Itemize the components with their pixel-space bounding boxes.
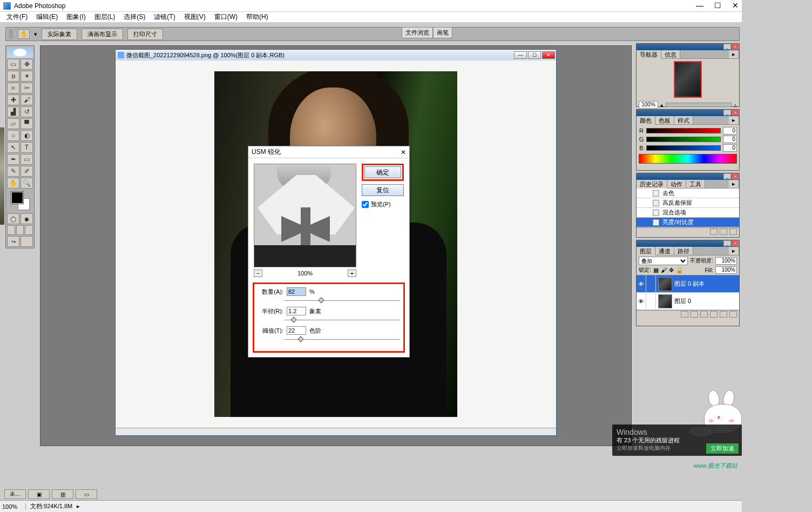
doc-maximize-icon[interactable]: ☐ bbox=[528, 51, 541, 59]
type-tool-icon[interactable]: T bbox=[21, 142, 33, 153]
dodge-tool-icon[interactable]: ◐ bbox=[21, 130, 33, 141]
maximize-icon[interactable]: ☐ bbox=[714, 1, 721, 10]
actions-tab[interactable]: 动作 bbox=[667, 180, 686, 188]
gradient-tool-icon[interactable]: ▀ bbox=[21, 118, 33, 129]
threshold-slider[interactable] bbox=[297, 336, 303, 342]
panel-close-icon[interactable]: × bbox=[732, 110, 739, 116]
doc-minimize-icon[interactable]: — bbox=[514, 51, 527, 59]
menu-file[interactable]: 文件(F) bbox=[6, 12, 28, 22]
layer-row[interactable]: 👁 图层 0 副本 bbox=[637, 275, 739, 293]
visibility-icon[interactable]: 👁 bbox=[637, 275, 646, 292]
lock-move-icon[interactable]: ✥ bbox=[669, 267, 674, 274]
layer-row[interactable]: 👁 图层 0 bbox=[637, 293, 739, 310]
styles-tab[interactable]: 样式 bbox=[674, 116, 693, 124]
task-cascade-icon[interactable]: ▣ bbox=[28, 489, 50, 499]
trash-icon[interactable] bbox=[729, 228, 737, 235]
channels-tab[interactable]: 通道 bbox=[655, 247, 674, 255]
color-swatches[interactable] bbox=[7, 191, 33, 212]
panel-min-icon[interactable]: _ bbox=[723, 110, 731, 116]
foreground-color-icon[interactable] bbox=[11, 192, 23, 204]
new-layer-icon[interactable] bbox=[720, 311, 727, 318]
panel-menu-icon[interactable]: ▸ bbox=[729, 247, 739, 255]
panel-min-icon[interactable]: _ bbox=[723, 44, 731, 50]
marquee-tool-icon[interactable]: ▭ bbox=[7, 59, 19, 70]
swatches-tab[interactable]: 色板 bbox=[655, 116, 674, 124]
eyedropper-tool-icon[interactable]: ✐ bbox=[21, 166, 33, 177]
blur-tool-icon[interactable]: ○ bbox=[7, 130, 19, 141]
trash-icon[interactable] bbox=[729, 311, 737, 318]
close-icon[interactable]: ✕ bbox=[732, 1, 739, 10]
amount-slider[interactable] bbox=[319, 297, 324, 303]
adjustment-icon[interactable] bbox=[710, 311, 718, 318]
amount-input[interactable] bbox=[287, 287, 306, 296]
new-snapshot-icon[interactable] bbox=[710, 228, 718, 235]
nav-zoom-out-icon[interactable]: ▴ bbox=[660, 102, 664, 109]
panel-close-icon[interactable]: × bbox=[732, 240, 739, 246]
radius-slider[interactable] bbox=[290, 316, 296, 322]
slice-tool-icon[interactable]: ✂ bbox=[21, 83, 33, 93]
brush-tab[interactable]: 画笔 bbox=[433, 27, 452, 38]
hand-tool-icon[interactable]: ✋ bbox=[18, 29, 30, 39]
menu-image[interactable]: 图象(I) bbox=[66, 12, 85, 22]
blend-mode-select[interactable]: 叠加 bbox=[639, 257, 688, 265]
lock-all-icon[interactable]: 🔒 bbox=[676, 267, 684, 274]
preview-checkbox[interactable]: 预览(P) bbox=[362, 200, 404, 208]
r-slider[interactable] bbox=[646, 128, 721, 133]
g-value[interactable]: 0 bbox=[723, 136, 737, 143]
panel-menu-icon[interactable]: ▸ bbox=[729, 50, 739, 58]
screenmode-3-icon[interactable] bbox=[25, 225, 33, 235]
zoom-in-icon[interactable]: + bbox=[348, 270, 356, 277]
color-tab[interactable]: 颜色 bbox=[637, 116, 655, 125]
opacity-input[interactable]: 100% bbox=[715, 257, 737, 265]
print-size-button[interactable]: 打印尺寸 bbox=[127, 29, 163, 40]
dialog-preview[interactable] bbox=[254, 164, 356, 267]
lasso-tool-icon[interactable]: ʚ bbox=[7, 71, 19, 82]
lock-paint-icon[interactable]: 🖌 bbox=[661, 267, 667, 273]
folder-icon[interactable] bbox=[700, 311, 708, 318]
file-browser-tab[interactable]: 文件浏览 bbox=[402, 27, 433, 38]
nav-zoom-in-icon[interactable]: ▵ bbox=[734, 102, 737, 109]
panel-min-icon[interactable]: _ bbox=[723, 240, 731, 246]
history-item[interactable]: 亮度/对比度 bbox=[637, 218, 739, 227]
new-doc-icon[interactable] bbox=[720, 228, 727, 235]
menu-help[interactable]: 帮助(H) bbox=[246, 12, 268, 22]
navigator-tab[interactable]: 导航器 bbox=[637, 50, 661, 59]
panel-menu-icon[interactable]: ▸ bbox=[729, 116, 739, 124]
paths-tab[interactable]: 路径 bbox=[674, 247, 693, 255]
notes-tool-icon[interactable]: ✎ bbox=[7, 166, 19, 177]
jump-to-icon[interactable]: ↪ bbox=[7, 236, 19, 247]
task-doc-button[interactable]: 未… bbox=[4, 489, 26, 499]
zoom-out-icon[interactable]: − bbox=[254, 270, 262, 277]
menu-window[interactable]: 窗口(W) bbox=[214, 12, 238, 22]
fit-screen-button[interactable]: 满画布显示 bbox=[82, 29, 123, 40]
visibility-icon[interactable]: 👁 bbox=[637, 293, 646, 309]
panel-close-icon[interactable]: × bbox=[732, 44, 739, 50]
info-tab[interactable]: 信息 bbox=[661, 50, 680, 58]
g-slider[interactable] bbox=[646, 137, 721, 142]
heal-tool-icon[interactable]: ✚ bbox=[7, 95, 19, 105]
history-item[interactable]: 高反差保留 bbox=[637, 198, 739, 208]
status-zoom[interactable]: 100% bbox=[2, 503, 26, 510]
navigator-preview[interactable] bbox=[674, 61, 702, 98]
color-ramp[interactable] bbox=[639, 154, 737, 164]
threshold-input[interactable] bbox=[287, 326, 306, 335]
quickmask-on-icon[interactable]: ◉ bbox=[21, 213, 33, 224]
dialog-close-icon[interactable]: ✕ bbox=[401, 149, 406, 156]
fill-input[interactable]: 100% bbox=[715, 266, 737, 274]
shape-tool-icon[interactable]: ▭ bbox=[21, 154, 33, 165]
minimize-icon[interactable]: — bbox=[696, 1, 703, 10]
history-tab[interactable]: 历史记录 bbox=[637, 180, 667, 188]
menu-layer[interactable]: 图层(L) bbox=[94, 12, 116, 22]
hand-tool-icon[interactable]: ✋ bbox=[7, 178, 19, 188]
task-arrange-icon[interactable]: ▭ bbox=[76, 489, 97, 499]
wand-tool-icon[interactable]: ✶ bbox=[21, 71, 33, 82]
task-tile-icon[interactable]: ▥ bbox=[52, 489, 73, 499]
stamp-tool-icon[interactable]: ▟ bbox=[7, 106, 19, 117]
history-brush-icon[interactable]: ↺ bbox=[21, 106, 33, 117]
screenmode-2-icon[interactable] bbox=[16, 225, 24, 235]
b-slider[interactable] bbox=[646, 145, 721, 151]
eraser-tool-icon[interactable]: ▱ bbox=[7, 118, 19, 129]
nav-zoom-slider[interactable] bbox=[666, 103, 732, 107]
lock-transparent-icon[interactable]: ▦ bbox=[653, 267, 659, 274]
layers-tab[interactable]: 图层 bbox=[637, 247, 655, 255]
